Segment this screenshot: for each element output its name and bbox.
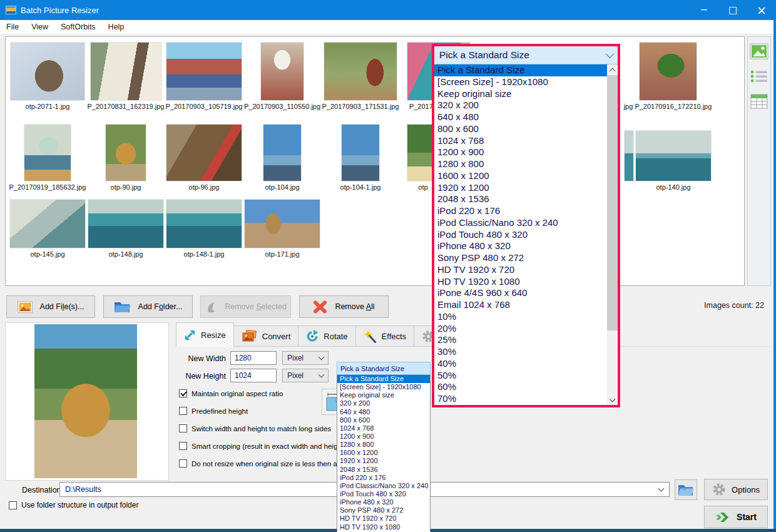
thumbnail-item[interactable]: otp-2071-1.jpg bbox=[9, 43, 86, 111]
thumbnail-image[interactable] bbox=[261, 43, 304, 100]
new-height-input[interactable] bbox=[230, 369, 277, 382]
size-option[interactable]: Sony PSP 480 x 272 bbox=[434, 252, 607, 264]
thumbnail-item[interactable]: jpg P_20170916_172210.jpg bbox=[630, 43, 706, 111]
scrollbar[interactable] bbox=[607, 64, 618, 405]
resize-option-row[interactable]: Do not resize when original size is less… bbox=[179, 459, 352, 468]
size-combo-value[interactable]: Pick a Standard Size bbox=[337, 362, 431, 375]
size-option[interactable]: iPod Touch 480 x 320 bbox=[337, 490, 430, 498]
destination-dropdown-button[interactable] bbox=[653, 483, 669, 496]
thumbnail-item[interactable]: otp-90.jpg bbox=[88, 125, 164, 192]
resize-option-row[interactable]: Smart cropping (result in exact width an… bbox=[179, 441, 352, 451]
width-unit-combo[interactable]: Pixel bbox=[282, 351, 329, 365]
thumbnail-item[interactable]: otp-171.jpg bbox=[244, 200, 320, 258]
tab-resize[interactable]: Resize bbox=[176, 322, 234, 347]
size-option[interactable]: iPhone 480 x 320 bbox=[434, 240, 607, 252]
size-option[interactable]: Sony PSP 480 x 272 bbox=[337, 506, 430, 514]
size-option[interactable]: iPod 220 x 176 bbox=[337, 474, 430, 482]
size-option[interactable]: 2048 x 1536 bbox=[434, 193, 607, 205]
size-option[interactable]: HD TV 1920 x 720 bbox=[337, 514, 430, 523]
size-option[interactable]: 60% bbox=[434, 381, 607, 393]
remove-selected-button[interactable]: Remove Selected bbox=[200, 295, 291, 318]
size-option[interactable]: iPod Classic/Nano 320 x 240 bbox=[434, 217, 607, 229]
thumbnail-item[interactable]: P_20170903_105719.jpg bbox=[166, 43, 242, 111]
thumbnail-image[interactable] bbox=[91, 43, 161, 100]
close-button[interactable]: × bbox=[747, 0, 776, 20]
thumbnail-item[interactable]: P_20170903_110550.jpg bbox=[244, 43, 320, 111]
thumbnail-image[interactable] bbox=[24, 125, 71, 181]
tab-convert[interactable]: Convert bbox=[234, 325, 299, 347]
size-option[interactable]: 10% bbox=[434, 311, 607, 323]
scroll-down-button[interactable] bbox=[607, 394, 618, 405]
size-option[interactable]: iPhone 480 x 320 bbox=[337, 498, 430, 506]
thumbnail-item[interactable]: otp-148-1.jpg bbox=[166, 200, 242, 258]
checkbox[interactable] bbox=[179, 407, 187, 415]
size-option[interactable]: [Screen Size] - 1920x1080 bbox=[337, 383, 430, 391]
size-option[interactable]: 640 x 480 bbox=[434, 111, 607, 123]
thumbnail-image[interactable] bbox=[10, 200, 85, 248]
thumbnail-image[interactable] bbox=[640, 43, 697, 100]
size-combo-zoom-header[interactable]: Pick a Standard Size bbox=[434, 46, 618, 64]
size-option[interactable]: iPone 4/4S 960 x 640 bbox=[434, 287, 607, 299]
size-option[interactable]: 70% bbox=[434, 393, 607, 405]
thumbnail-item[interactable]: otp-96.jpg bbox=[166, 125, 242, 192]
size-option[interactable]: 1200 x 900 bbox=[434, 146, 607, 158]
size-option[interactable]: 1024 x 768 bbox=[337, 424, 430, 432]
thumbnail-item[interactable]: P_20170831_162319.jpg bbox=[88, 43, 164, 111]
size-option[interactable]: HD TV 1920 x 1080 bbox=[434, 276, 607, 288]
scrollbar-thumb[interactable] bbox=[607, 75, 618, 330]
size-option[interactable]: 800 x 600 bbox=[434, 123, 607, 135]
thumbnail-image[interactable] bbox=[166, 200, 242, 248]
size-option[interactable]: 1280 x 800 bbox=[434, 158, 607, 170]
thumbnail-image[interactable] bbox=[636, 131, 711, 181]
thumbnails-view-button[interactable] bbox=[749, 42, 769, 61]
thumbnail-image[interactable] bbox=[342, 125, 379, 181]
thumbnail-item[interactable] bbox=[625, 131, 633, 192]
thumbnail-item[interactable]: otp-145.jpg bbox=[9, 200, 86, 258]
checkbox[interactable] bbox=[179, 442, 187, 450]
thumbnail-item[interactable]: otp-104-1.jpg bbox=[322, 125, 399, 192]
size-option[interactable]: 1920 x 1200 bbox=[434, 182, 607, 194]
size-option[interactable]: 50% bbox=[434, 370, 607, 382]
size-option[interactable]: Keep original size bbox=[434, 88, 607, 100]
checkbox[interactable] bbox=[179, 459, 187, 468]
thumbnail-image[interactable] bbox=[106, 125, 146, 181]
checkbox[interactable] bbox=[179, 424, 187, 432]
start-button[interactable]: Start bbox=[704, 506, 768, 528]
scroll-up-button[interactable] bbox=[607, 64, 618, 75]
size-option[interactable]: iPod 220 x 176 bbox=[434, 205, 607, 217]
thumbnail-item[interactable]: P_20170919_185632.jpg bbox=[9, 125, 86, 192]
size-option[interactable]: 40% bbox=[434, 358, 607, 370]
size-option[interactable]: 800 x 600 bbox=[337, 416, 430, 424]
size-option[interactable]: Keep original size bbox=[337, 391, 430, 399]
size-option[interactable]: 1920 x 1200 bbox=[337, 457, 430, 465]
thumbnail-image[interactable] bbox=[166, 43, 242, 100]
thumbnail-item[interactable]: otp-148.jpg bbox=[88, 200, 164, 258]
new-width-input[interactable] bbox=[230, 351, 277, 365]
height-unit-combo[interactable]: Pixel bbox=[282, 369, 329, 382]
thumbnail-image[interactable] bbox=[166, 125, 242, 181]
size-option[interactable]: 320 x 200 bbox=[434, 100, 607, 111]
size-option[interactable]: 1280 x 800 bbox=[337, 441, 430, 449]
options-button[interactable]: Options bbox=[704, 479, 768, 500]
size-option[interactable]: HD TV 1920 x 1080 bbox=[337, 523, 430, 531]
thumbnail-item[interactable]: P_20170903_171531.jpg bbox=[322, 43, 399, 111]
size-option[interactable]: HD TV 1920 x 720 bbox=[434, 264, 607, 276]
thumbnail-item[interactable]: otp-104.jpg bbox=[244, 125, 320, 192]
add-folder-button[interactable]: Add Folder... bbox=[103, 295, 193, 318]
size-option[interactable]: Pick a Standard Size bbox=[337, 375, 430, 383]
menu-view[interactable]: View bbox=[25, 20, 54, 34]
size-option[interactable]: 1600 x 1200 bbox=[337, 449, 430, 457]
size-option[interactable]: [Screen Size] - 1920x1080 bbox=[434, 76, 607, 88]
thumbnail-image[interactable] bbox=[88, 200, 163, 248]
use-folder-structure-option[interactable]: Use folder structure in output folder bbox=[9, 501, 138, 509]
menu-help[interactable]: Help bbox=[102, 20, 131, 34]
minimize-button[interactable]: ─ bbox=[690, 0, 718, 20]
size-option[interactable]: 20% bbox=[434, 323, 607, 335]
menu-softorbits[interactable]: SoftOrbits bbox=[54, 20, 102, 34]
tab-effects[interactable]: Effects bbox=[356, 325, 415, 347]
resize-option-row[interactable]: Switch width and height to match long si… bbox=[179, 424, 352, 433]
thumbnail-image[interactable] bbox=[625, 131, 633, 181]
size-option[interactable]: 30% bbox=[434, 346, 607, 358]
maximize-button[interactable]: □ bbox=[718, 0, 747, 20]
size-option[interactable]: 25% bbox=[434, 334, 607, 346]
